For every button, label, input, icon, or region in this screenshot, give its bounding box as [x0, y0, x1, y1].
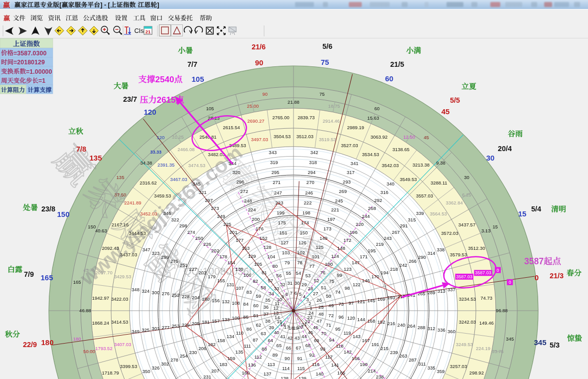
svg-text:275: 275 [170, 258, 178, 264]
svg-text:159: 159 [227, 356, 235, 361]
svg-text:202: 202 [211, 248, 219, 253]
svg-text:319: 319 [270, 160, 278, 165]
svg-text:99: 99 [337, 272, 342, 278]
svg-text:2316.62: 2316.62 [140, 180, 156, 186]
svg-text:340: 340 [387, 181, 395, 187]
svg-text:173: 173 [323, 226, 331, 231]
svg-text:43: 43 [294, 335, 300, 341]
svg-text:23/7: 23/7 [123, 95, 137, 103]
svg-text:320: 320 [232, 170, 240, 175]
svg-text:54: 54 [296, 270, 301, 276]
svg-text:2615.54: 2615.54 [223, 125, 240, 130]
svg-text:116: 116 [312, 362, 319, 367]
svg-text:129: 129 [248, 253, 256, 259]
svg-text:39: 39 [269, 325, 274, 330]
svg-text:142: 142 [344, 349, 352, 355]
svg-text:95: 95 [335, 326, 341, 332]
svg-text:2241.89: 2241.89 [124, 200, 141, 205]
svg-text:197: 197 [327, 216, 335, 222]
svg-text:5/4: 5/4 [531, 205, 541, 213]
svg-text:345: 345 [506, 336, 514, 342]
svg-text:325: 325 [142, 327, 149, 333]
svg-text:3242.03: 3242.03 [459, 319, 476, 325]
svg-text:312: 312 [428, 326, 436, 331]
svg-text:121: 121 [357, 299, 365, 304]
svg-text:179: 179 [208, 274, 216, 279]
svg-text:118: 118 [336, 343, 343, 349]
svg-text:135: 135 [117, 175, 125, 180]
svg-text:100: 100 [325, 261, 333, 267]
svg-text:21.88: 21.88 [288, 99, 299, 105]
svg-text:347: 347 [143, 247, 150, 252]
svg-text:59: 59 [256, 293, 261, 299]
svg-text:70: 70 [321, 331, 326, 336]
svg-text:73: 73 [338, 301, 344, 307]
svg-text:135: 135 [235, 349, 243, 355]
svg-text:287: 287 [409, 357, 417, 363]
svg-text:0: 0 [509, 280, 511, 285]
svg-text:=3587.0300: =3587.0300 [13, 50, 46, 57]
svg-text:74.73: 74.73 [480, 295, 492, 301]
svg-text:3437.03: 3437.03 [120, 252, 137, 257]
svg-text:134: 134 [226, 334, 234, 339]
svg-text:12.50: 12.50 [403, 134, 415, 140]
svg-text:341: 341 [350, 161, 358, 166]
svg-text:175: 175 [278, 220, 286, 225]
svg-text:298: 298 [179, 223, 187, 228]
svg-text:133: 133 [222, 317, 230, 322]
svg-text:2017.70: 2017.70 [95, 270, 112, 275]
svg-text:96.88: 96.88 [496, 308, 508, 313]
svg-text:120: 120 [156, 135, 164, 140]
svg-text:253: 253 [172, 323, 180, 329]
svg-text:342: 342 [310, 150, 318, 155]
svg-text:271: 271 [273, 180, 281, 185]
svg-text:349: 349 [132, 329, 140, 334]
svg-text:90: 90 [285, 356, 290, 361]
svg-text:172: 172 [343, 237, 351, 243]
svg-text:266: 266 [409, 258, 417, 264]
svg-text:273: 273 [211, 205, 219, 211]
svg-text:206: 206 [198, 346, 206, 351]
svg-text:224: 224 [248, 207, 256, 212]
svg-text:120: 120 [347, 315, 355, 321]
svg-text:67: 67 [296, 345, 301, 351]
svg-text:165: 165 [73, 279, 81, 285]
svg-text:177: 177 [236, 237, 244, 243]
svg-text:167: 167 [362, 338, 370, 343]
svg-text:242: 242 [399, 262, 407, 268]
svg-text:3257.03: 3257.03 [450, 364, 467, 369]
svg-text:125: 125 [315, 244, 323, 250]
svg-text:250: 250 [195, 235, 203, 241]
svg-text:1868.24: 1868.24 [92, 320, 109, 326]
svg-text:75: 75 [329, 278, 334, 284]
svg-text:149: 149 [319, 235, 327, 241]
svg-text:91: 91 [297, 356, 302, 361]
svg-text:42: 42 [287, 335, 293, 341]
svg-text:152: 152 [260, 235, 268, 241]
svg-text:248: 248 [244, 198, 252, 203]
svg-text:3542.03: 3542.03 [382, 163, 399, 168]
svg-text:205: 205 [192, 321, 200, 326]
svg-text:295: 295 [272, 170, 280, 175]
svg-text:231: 231 [203, 374, 211, 379]
svg-text:155: 155 [217, 278, 225, 283]
svg-text:246: 246 [305, 190, 313, 195]
svg-text:51: 51 [321, 285, 326, 290]
svg-text:269: 269 [339, 189, 347, 194]
svg-text:78: 78 [297, 260, 302, 265]
svg-text:3512.03: 3512.03 [296, 134, 313, 139]
svg-text:111: 111 [244, 343, 251, 349]
svg-text:30: 30 [294, 280, 300, 286]
svg-text:21/3: 21/3 [550, 272, 564, 280]
svg-text:56: 56 [277, 273, 282, 278]
svg-text:25.00: 25.00 [247, 103, 259, 109]
svg-text:71: 71 [326, 322, 331, 328]
svg-text:115: 115 [297, 366, 305, 371]
svg-text:3564.53: 3564.53 [430, 211, 446, 216]
svg-text:7: 7 [290, 290, 293, 296]
svg-text:267: 267 [392, 229, 400, 235]
svg-text:75: 75 [319, 91, 325, 97]
svg-text:218: 218 [390, 266, 398, 272]
svg-text:228: 228 [182, 294, 190, 299]
svg-text:=20180129: =20180129 [13, 59, 45, 66]
